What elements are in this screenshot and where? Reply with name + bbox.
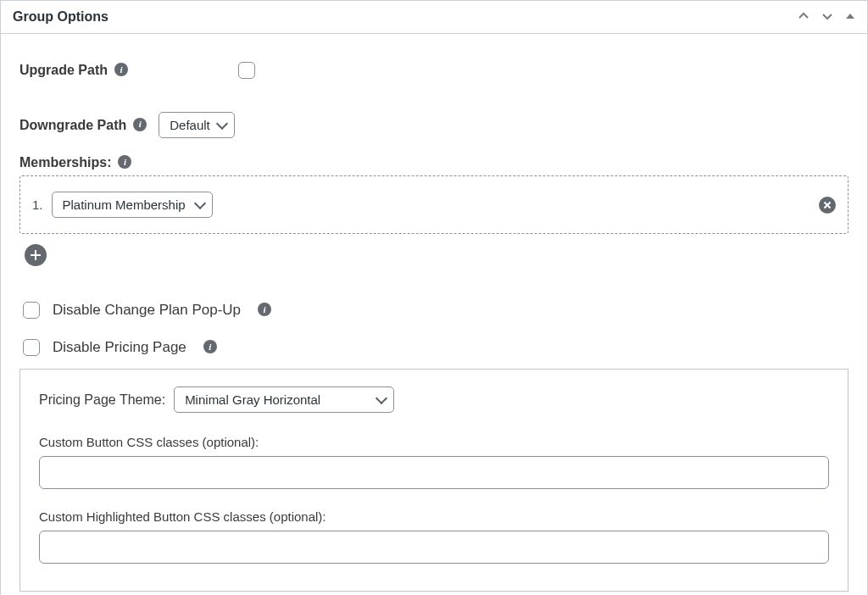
add-membership-button[interactable]	[25, 244, 47, 266]
memberships-label: Memberships:	[19, 155, 111, 170]
custom-highlighted-button-css-block: Custom Highlighted Button CSS classes (o…	[39, 509, 829, 564]
info-icon[interactable]: i	[258, 303, 271, 316]
upgrade-path-label-wrap: Upgrade Path i	[19, 63, 235, 78]
custom-highlighted-button-css-label: Custom Highlighted Button CSS classes (o…	[39, 509, 829, 524]
disable-popup-label: Disable Change Plan Pop-Up	[53, 302, 241, 319]
downgrade-select-wrap: Default	[159, 112, 235, 138]
memberships-section: Memberships: i 1. Platinum Membership	[19, 155, 849, 269]
disable-pricing-label: Disable Pricing Page	[53, 339, 186, 356]
disable-pricing-checkbox[interactable]	[23, 339, 40, 356]
disable-popup-checkbox[interactable]	[23, 302, 40, 319]
downgrade-path-label: Downgrade Path	[19, 118, 126, 133]
info-icon[interactable]: i	[118, 155, 131, 169]
pricing-theme-label: Pricing Page Theme:	[39, 392, 165, 408]
downgrade-path-label-wrap: Downgrade Path i	[19, 118, 147, 133]
panel-controls	[798, 10, 855, 25]
upgrade-path-row: Upgrade Path i	[19, 59, 849, 81]
collapse-toggle-icon[interactable]	[845, 10, 855, 24]
info-icon[interactable]: i	[203, 340, 217, 353]
downgrade-path-select[interactable]: Default	[159, 112, 235, 138]
pricing-theme-row: Pricing Page Theme: Minimal Gray Horizon…	[39, 386, 829, 413]
disable-popup-row: Disable Change Plan Pop-Up i	[19, 299, 849, 321]
upgrade-path-label: Upgrade Path	[19, 63, 108, 78]
downgrade-path-row: Downgrade Path i Default	[19, 112, 849, 138]
remove-membership-button[interactable]	[819, 197, 836, 214]
panel-body: Upgrade Path i Downgrade Path i Default …	[1, 34, 867, 595]
info-icon[interactable]: i	[114, 63, 128, 76]
info-icon[interactable]: i	[133, 118, 147, 131]
membership-item-left: 1. Platinum Membership	[32, 192, 213, 218]
group-options-panel: Group Options Upgrade Path i Downgrade P…	[0, 0, 868, 595]
custom-button-css-input[interactable]	[39, 456, 829, 489]
membership-item-row: 1. Platinum Membership	[19, 175, 849, 234]
membership-select[interactable]: Platinum Membership	[52, 192, 213, 218]
panel-header: Group Options	[1, 1, 867, 34]
disable-pricing-row: Disable Pricing Page i	[19, 336, 849, 359]
panel-title: Group Options	[13, 9, 108, 25]
move-down-icon[interactable]	[821, 10, 833, 25]
pricing-page-panel: Pricing Page Theme: Minimal Gray Horizon…	[19, 369, 849, 592]
pricing-theme-select[interactable]: Minimal Gray Horizontal	[174, 386, 394, 413]
upgrade-path-checkbox[interactable]	[238, 62, 255, 79]
memberships-label-wrap: Memberships: i	[19, 155, 837, 170]
move-up-icon[interactable]	[798, 10, 810, 25]
membership-item-index: 1.	[32, 197, 43, 212]
membership-select-wrap: Platinum Membership	[52, 192, 213, 218]
custom-highlighted-button-css-input[interactable]	[39, 531, 829, 564]
pricing-theme-select-wrap: Minimal Gray Horizontal	[174, 386, 394, 413]
custom-button-css-label: Custom Button CSS classes (optional):	[39, 435, 829, 449]
custom-button-css-block: Custom Button CSS classes (optional):	[39, 435, 829, 489]
